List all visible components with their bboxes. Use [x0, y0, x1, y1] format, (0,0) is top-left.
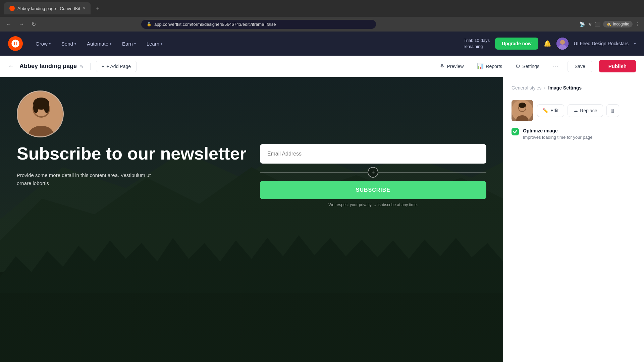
- bookmark-icon[interactable]: ★: [588, 21, 592, 27]
- tab-close-button[interactable]: ×: [83, 6, 85, 11]
- toolbar-right: 👁 Preview 📊 Reports ⚙ Settings ⋯ Save Pu…: [436, 60, 636, 72]
- user-name-label: UI Feed Design Rockstars: [574, 41, 629, 46]
- breadcrumb-parent-link[interactable]: General styles: [512, 85, 541, 90]
- browser-nav: ← → ↻ 🔒 app.convertkit.com/forms/designe…: [0, 17, 644, 32]
- address-bar[interactable]: 🔒 app.convertkit.com/forms/designers/564…: [141, 20, 376, 29]
- nav-earn[interactable]: Earn ▾: [117, 38, 141, 49]
- email-input-container: [260, 144, 486, 164]
- nav-send-chevron: ▾: [74, 42, 76, 46]
- refresh-nav-button[interactable]: ↻: [30, 20, 38, 29]
- extensions-icon[interactable]: ⬛: [595, 21, 600, 27]
- svg-point-15: [44, 102, 49, 113]
- nav-grow[interactable]: Grow ▾: [31, 38, 55, 49]
- trial-text-line2: remaining: [464, 44, 490, 50]
- optimize-checkbox[interactable]: [512, 128, 519, 135]
- convertkit-logo[interactable]: [8, 36, 23, 51]
- reports-label: Reports: [486, 64, 502, 69]
- nav-grow-chevron: ▾: [49, 42, 51, 46]
- profile-image[interactable]: [17, 90, 64, 137]
- reports-icon: 📊: [477, 63, 484, 69]
- nav-automate-chevron: ▾: [110, 42, 111, 46]
- svg-point-14: [33, 102, 39, 113]
- user-menu-chevron[interactable]: ▾: [634, 41, 636, 46]
- upgrade-button[interactable]: Upgrade now: [495, 38, 538, 50]
- reports-button[interactable]: 📊 Reports: [474, 61, 505, 71]
- browser-nav-right: 📡 ★ ⬛ 🕵 Incognito ⋮: [579, 21, 640, 27]
- checkmark-icon: [513, 129, 518, 134]
- nav-learn-chevron: ▾: [161, 42, 162, 46]
- back-button[interactable]: ←: [8, 63, 14, 70]
- edit-title-icon[interactable]: ✎: [79, 64, 84, 69]
- nav-earn-label: Earn: [122, 41, 133, 47]
- settings-icon: ⚙: [516, 63, 520, 69]
- delete-image-button[interactable]: 🗑: [606, 104, 619, 117]
- image-action-buttons: ✏️ Edit ☁ Replace 🗑: [537, 104, 619, 117]
- trash-icon: 🗑: [610, 108, 615, 113]
- browser-chrome: Abbey landing page - ConvertKit × +: [0, 0, 644, 17]
- headline-col: Subscribe to our newsletter Provide some…: [17, 144, 247, 187]
- more-options-button[interactable]: ⋯: [549, 61, 561, 71]
- edit-pencil-icon: ✏️: [543, 108, 548, 113]
- privacy-text: We respect your privacy. Unsubscribe at …: [260, 202, 486, 207]
- optimize-description: Improves loading time for your page: [523, 135, 592, 140]
- notification-bell-icon[interactable]: 🔔: [544, 40, 551, 47]
- signup-form: + SUBSCRIBE We respect your privacy. Uns…: [260, 144, 486, 207]
- content-row: Subscribe to our newsletter Provide some…: [17, 144, 486, 207]
- main-content: Subscribe to our newsletter Provide some…: [0, 77, 644, 362]
- preview-icon: 👁: [439, 63, 445, 69]
- nav-send[interactable]: Send ▾: [57, 38, 81, 49]
- add-page-button[interactable]: + + Add Page: [96, 61, 137, 72]
- logo-icon: [11, 39, 20, 48]
- svg-point-20: [519, 103, 526, 108]
- add-field-button[interactable]: +: [368, 167, 378, 178]
- settings-button[interactable]: ⚙ Settings: [512, 61, 543, 71]
- image-thumbnail: [512, 100, 533, 121]
- address-text: app.convertkit.com/forms/designers/56467…: [154, 22, 276, 27]
- canvas-area[interactable]: Subscribe to our newsletter Provide some…: [0, 77, 503, 362]
- menu-icon[interactable]: ⋮: [635, 21, 640, 27]
- subscribe-button[interactable]: SUBSCRIBE: [260, 181, 486, 199]
- new-tab-button[interactable]: +: [93, 4, 102, 13]
- back-nav-button[interactable]: ←: [4, 20, 13, 28]
- breadcrumb: General styles › Image Settings: [512, 85, 636, 90]
- replace-button-label: Replace: [580, 108, 597, 113]
- optimize-label: Optimize image: [523, 128, 592, 133]
- trial-info: Trial: 10 days remaining: [464, 38, 490, 50]
- email-input[interactable]: [260, 144, 486, 164]
- breadcrumb-current-section: Image Settings: [548, 85, 582, 90]
- edit-button-label: Edit: [550, 108, 558, 113]
- cast-icon[interactable]: 📡: [579, 21, 585, 27]
- svg-point-1: [560, 40, 565, 45]
- browser-tab[interactable]: Abbey landing page - ConvertKit ×: [4, 2, 91, 14]
- add-field-row: +: [260, 164, 486, 181]
- incognito-icon: 🕵: [606, 22, 611, 26]
- replace-icon: ☁: [573, 108, 578, 113]
- user-avatar[interactable]: [556, 38, 569, 50]
- thumbnail-image: [512, 100, 533, 121]
- nav-learn[interactable]: Learn ▾: [142, 38, 167, 49]
- publish-button[interactable]: Publish: [599, 60, 636, 72]
- right-panel: General styles › Image Settings ✏: [503, 77, 644, 362]
- preview-button[interactable]: 👁 Preview: [436, 61, 467, 71]
- breadcrumb-chevron-icon: ›: [544, 85, 545, 90]
- avatar-image: [556, 38, 569, 50]
- optimize-text: Optimize image Improves loading time for…: [523, 128, 592, 140]
- forward-nav-button[interactable]: →: [17, 20, 26, 28]
- incognito-badge: 🕵 Incognito: [603, 21, 633, 27]
- page-headline: Subscribe to our newsletter: [17, 144, 247, 163]
- nav-learn-label: Learn: [147, 41, 159, 47]
- nav-earn-chevron: ▾: [134, 42, 136, 46]
- main-nav: Grow ▾ Send ▾ Automate ▾ Earn ▾ Learn ▾: [31, 38, 167, 49]
- page-title: Abbey landing page: [19, 63, 77, 70]
- save-button[interactable]: Save: [568, 61, 592, 72]
- nav-send-label: Send: [61, 41, 73, 47]
- nav-automate[interactable]: Automate ▾: [82, 38, 116, 49]
- header-right: Trial: 10 days remaining Upgrade now 🔔 U…: [464, 38, 636, 50]
- preview-label: Preview: [447, 64, 464, 69]
- incognito-label: Incognito: [613, 22, 629, 26]
- replace-image-button[interactable]: ☁ Replace: [568, 104, 603, 117]
- app-header: Grow ▾ Send ▾ Automate ▾ Earn ▾ Learn ▾ …: [0, 32, 644, 56]
- page-title-area: Abbey landing page ✎: [19, 63, 91, 70]
- tab-title: Abbey landing page - ConvertKit: [17, 6, 80, 11]
- edit-image-button[interactable]: ✏️ Edit: [537, 104, 564, 117]
